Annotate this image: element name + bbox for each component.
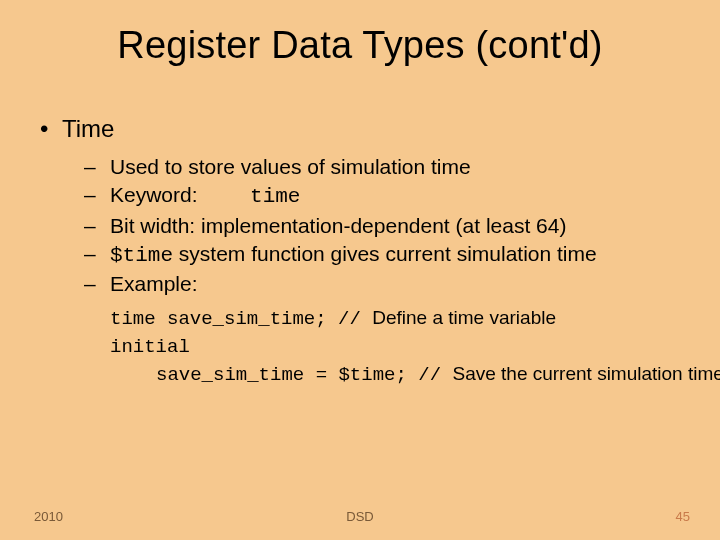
list-item-text: Example: bbox=[110, 271, 198, 297]
code-mono: save_sim_time = $time; // bbox=[156, 364, 452, 386]
bullet-marker: • bbox=[40, 114, 62, 144]
list-item: – Used to store values of simulation tim… bbox=[84, 154, 690, 180]
footer-center: DSD bbox=[0, 509, 720, 524]
footer-page-number: 45 bbox=[676, 509, 690, 524]
bullet-level1: •Time bbox=[40, 114, 690, 144]
dash-icon: – bbox=[84, 154, 110, 180]
code-line: initial bbox=[110, 333, 690, 361]
list-item-text: Used to store values of simulation time bbox=[110, 154, 471, 180]
code-mono: initial bbox=[110, 336, 190, 358]
stime-text: system function gives current simulation… bbox=[173, 242, 597, 265]
dash-icon: – bbox=[84, 182, 110, 208]
slide: Register Data Types (cont'd) •Time – Use… bbox=[0, 0, 720, 540]
code-mono: time save_sim_time; // bbox=[110, 308, 372, 330]
list-item: – Example: bbox=[84, 271, 690, 297]
stime-code: $time bbox=[110, 244, 173, 267]
code-block: time save_sim_time; // Define a time var… bbox=[110, 305, 690, 388]
code-line: save_sim_time = $time; // Save the curre… bbox=[156, 361, 690, 389]
slide-title: Register Data Types (cont'd) bbox=[0, 24, 720, 67]
list-item: – Bit width: implementation-dependent (a… bbox=[84, 213, 690, 239]
code-comment: Define a time variable bbox=[372, 307, 556, 328]
keyword-label: Keyword: bbox=[110, 183, 198, 206]
dash-icon: – bbox=[84, 213, 110, 239]
list-item-text: Bit width: implementation-dependent (at … bbox=[110, 213, 566, 239]
bullet-text: Time bbox=[62, 114, 114, 144]
slide-body: •Time – Used to store values of simulati… bbox=[40, 114, 690, 388]
keyword-value: time bbox=[250, 185, 300, 208]
list-item-text: $time system function gives current simu… bbox=[110, 241, 597, 269]
bullet-level2-block: – Used to store values of simulation tim… bbox=[84, 154, 690, 297]
list-item-text: Keyword: time bbox=[110, 182, 300, 210]
dash-icon: – bbox=[84, 271, 110, 297]
list-item: – $time system function gives current si… bbox=[84, 241, 690, 269]
code-line: time save_sim_time; // Define a time var… bbox=[110, 305, 690, 333]
list-item: – Keyword: time bbox=[84, 182, 690, 210]
code-comment: Save the current simulation time bbox=[452, 363, 720, 384]
dash-icon: – bbox=[84, 241, 110, 267]
